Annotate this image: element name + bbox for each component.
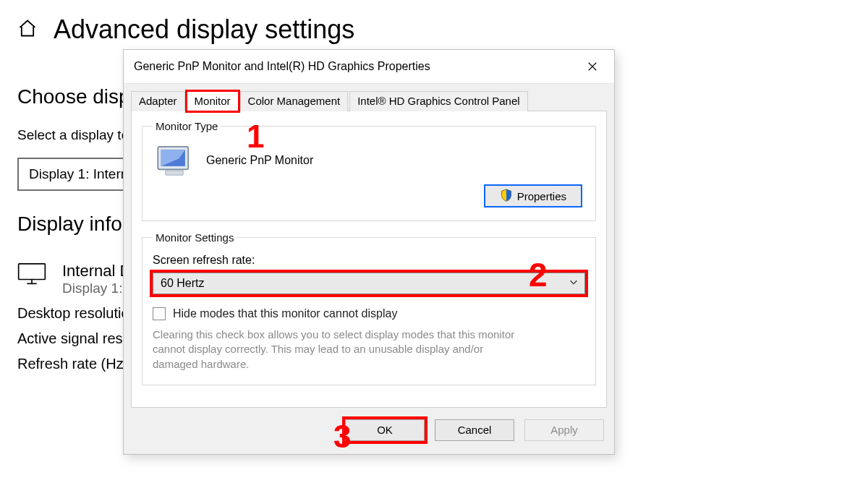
monitor-properties-dialog: Generic PnP Monitor and Intel(R) HD Grap… <box>123 49 615 455</box>
svg-rect-3 <box>166 171 184 175</box>
tab-bar: Adapter Monitor Color Management Intel® … <box>131 91 607 111</box>
cancel-button[interactable]: Cancel <box>435 419 514 441</box>
cancel-button-label: Cancel <box>458 424 492 436</box>
tab-color-management[interactable]: Color Management <box>240 91 349 111</box>
apply-button-label: Apply <box>550 424 578 436</box>
monitor-outline-icon <box>17 262 46 289</box>
chevron-down-icon <box>569 277 579 290</box>
ok-button[interactable]: OK <box>345 419 425 441</box>
apply-button: Apply <box>524 419 604 441</box>
monitor-type-legend: Monitor Type <box>153 120 221 132</box>
properties-button-label: Properties <box>517 190 566 202</box>
tab-color-label: Color Management <box>248 95 341 107</box>
tab-panel-monitor: Monitor Type Generic PnP Monitor <box>131 111 607 408</box>
crt-monitor-icon <box>154 144 195 177</box>
refresh-rate-dropdown[interactable]: 60 Hertz <box>153 273 585 294</box>
page-title: Advanced display settings <box>54 14 354 45</box>
monitor-settings-legend: Monitor Settings <box>153 231 237 244</box>
uac-shield-icon <box>500 189 513 204</box>
hide-modes-checkbox[interactable] <box>153 307 166 320</box>
ok-button-label: OK <box>377 424 393 436</box>
refresh-rate-label: Screen refresh rate: <box>153 254 585 267</box>
svg-rect-0 <box>19 264 46 280</box>
properties-button[interactable]: Properties <box>484 184 582 207</box>
tab-adapter-label: Adapter <box>139 95 177 107</box>
close-icon <box>587 61 597 72</box>
tab-intel-label: Intel® HD Graphics Control Panel <box>357 95 519 107</box>
tab-adapter[interactable]: Adapter <box>131 91 185 111</box>
refresh-rate-value: 60 Hertz <box>161 277 204 290</box>
hide-modes-label: Hide modes that this monitor cannot disp… <box>173 307 397 320</box>
hide-modes-help: Clearing this check box allows you to se… <box>153 328 529 372</box>
home-icon[interactable] <box>17 18 38 41</box>
dialog-title: Generic PnP Monitor and Intel(R) HD Grap… <box>134 60 430 73</box>
tab-monitor[interactable]: Monitor <box>187 91 239 111</box>
tab-intel-panel[interactable]: Intel® HD Graphics Control Panel <box>349 91 527 111</box>
close-button[interactable] <box>576 56 608 77</box>
tab-monitor-label: Monitor <box>195 95 231 107</box>
monitor-name: Generic PnP Monitor <box>206 154 313 167</box>
